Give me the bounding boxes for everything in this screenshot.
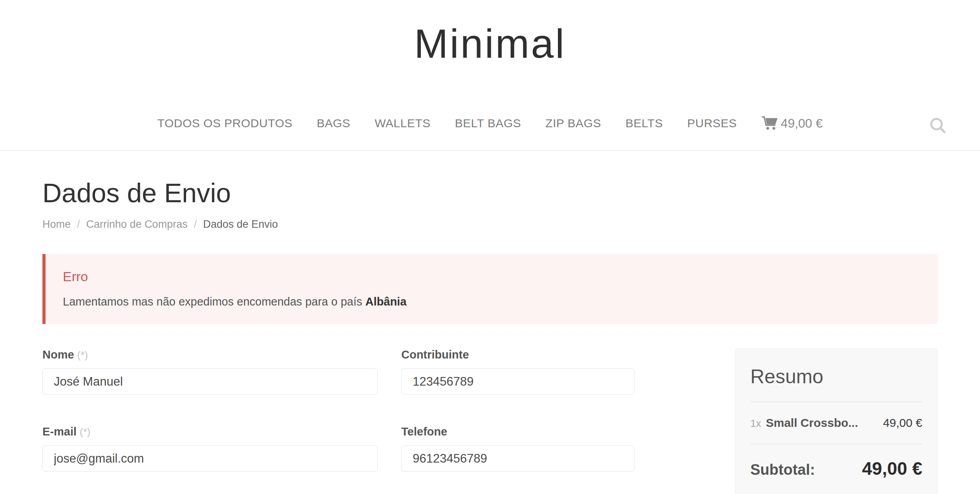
form-column-right: Contribuinte Telefone (401, 348, 634, 494)
field-contribuinte: Contribuinte (401, 348, 634, 395)
form-column-left: Nome(*) E-mail(*) (42, 348, 378, 494)
field-telefone: Telefone (401, 425, 634, 472)
field-telefone-label-text: Telefone (401, 425, 447, 438)
site-logo[interactable]: Minimal (0, 20, 980, 67)
nav-item-todos-os-produtos[interactable]: TODOS OS PRODUTOS (157, 117, 293, 130)
item-price: 49,00 € (883, 416, 922, 430)
nav-item-belts[interactable]: BELTS (625, 117, 663, 130)
main-nav: TODOS OS PRODUTOS BAGS WALLETS BELT BAGS… (0, 113, 980, 134)
field-nome: Nome(*) (42, 348, 378, 395)
breadcrumb-separator: / (194, 218, 197, 231)
breadcrumb: Home / Carrinho de Compras / Dados de En… (42, 218, 938, 231)
nav-item-belt-bags[interactable]: BELT BAGS (455, 117, 521, 130)
page-title: Dados de Envio (42, 177, 938, 208)
contribuinte-input[interactable] (401, 368, 634, 395)
main-content: Dados de Envio Home / Carrinho de Compra… (0, 177, 980, 494)
nav-item-purses[interactable]: PURSES (687, 117, 737, 130)
nav-item-bags[interactable]: BAGS (317, 117, 350, 130)
order-summary: Resumo 1x Small Crossbo... 49,00 € Subto… (735, 348, 938, 494)
order-summary-title: Resumo (750, 365, 922, 388)
field-email-label: E-mail(*) (42, 425, 378, 438)
cart-total: 49,00 € (781, 116, 823, 131)
nome-input[interactable] (42, 368, 378, 395)
required-mark: (*) (80, 426, 90, 438)
item-quantity: 1x (750, 417, 761, 430)
subtotal-row: Subtotal: 49,00 € (750, 445, 922, 494)
field-nome-label-text: Nome (42, 348, 74, 361)
breadcrumb-separator: / (77, 218, 80, 231)
search-icon (929, 116, 947, 135)
field-contribuinte-label: Contribuinte (401, 348, 634, 361)
error-alert: Erro Lamentamos mas não expedimos encome… (42, 254, 938, 324)
checkout-form-section: Nome(*) E-mail(*) Contribuinte Telef (42, 348, 938, 494)
email-input[interactable] (42, 445, 378, 472)
field-contribuinte-label-text: Contribuinte (401, 348, 469, 361)
breadcrumb-current: Dados de Envio (203, 218, 278, 231)
field-email-label-text: E-mail (42, 425, 77, 438)
error-alert-title: Erro (63, 269, 920, 284)
nav-item-zip-bags[interactable]: ZIP BAGS (545, 117, 601, 130)
error-alert-message: Lamentamos mas não expedimos encomendas … (63, 295, 920, 308)
error-alert-message-text: Lamentamos mas não expedimos encomendas … (63, 295, 362, 308)
breadcrumb-home[interactable]: Home (42, 218, 71, 231)
error-alert-message-bold: Albânia (366, 295, 407, 308)
subtotal-value: 49,00 € (862, 458, 922, 479)
required-mark: (*) (77, 349, 88, 361)
search-button[interactable] (927, 115, 948, 136)
field-email: E-mail(*) (42, 425, 378, 472)
field-telefone-label: Telefone (401, 425, 634, 438)
breadcrumb-carrinho[interactable]: Carrinho de Compras (86, 218, 188, 231)
cart-link[interactable]: 49,00 € (761, 116, 823, 131)
summary-line-item: 1x Small Crossbo... 49,00 € (750, 402, 922, 444)
site-header: Minimal TODOS OS PRODUTOS BAGS WALLETS B… (0, 0, 980, 151)
telefone-input[interactable] (401, 445, 634, 472)
nav-item-wallets[interactable]: WALLETS (375, 117, 430, 130)
cart-icon (761, 116, 779, 131)
item-name: Small Crossbo... (766, 416, 858, 430)
field-nome-label: Nome(*) (42, 348, 378, 361)
subtotal-label: Subtotal: (750, 461, 815, 478)
